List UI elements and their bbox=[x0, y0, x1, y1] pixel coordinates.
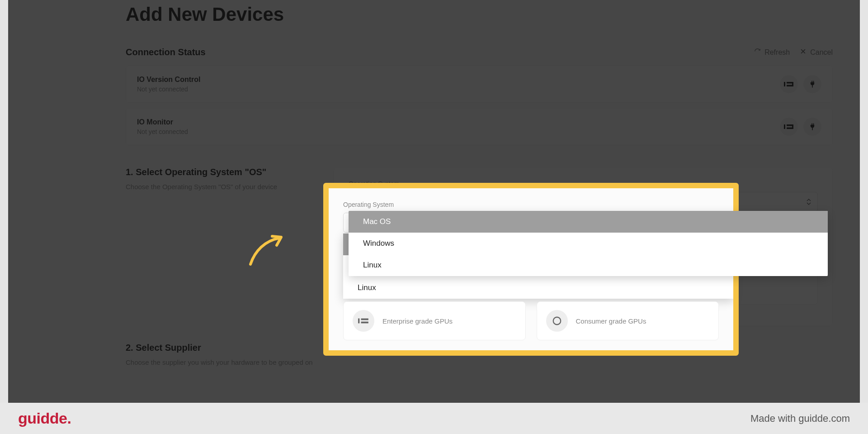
connection-item: IO Version Control Not yet connected bbox=[126, 66, 833, 103]
step2-desc: Choose the supplier you wish your hardwa… bbox=[126, 358, 316, 367]
svg-rect-14 bbox=[361, 322, 368, 324]
refresh-icon bbox=[754, 48, 761, 57]
os-dropdown: Mac OS Windows Linux bbox=[349, 211, 828, 276]
connection-item-name: IO Monitor bbox=[137, 118, 188, 126]
supplier-sub-fg: Consumer grade GPUs bbox=[576, 317, 646, 325]
plug-icon[interactable] bbox=[803, 75, 821, 93]
supplier-card-consumer-fg[interactable]: Consumer grade GPUs bbox=[537, 301, 719, 340]
brand-logo: guidde. bbox=[18, 410, 71, 427]
footer-bar: guidde. Made with guidde.com bbox=[0, 403, 868, 434]
svg-rect-4 bbox=[784, 124, 785, 129]
connection-item: IO Monitor Not yet connected bbox=[126, 108, 833, 145]
arrow-annotation bbox=[247, 232, 288, 270]
io-logo-icon bbox=[780, 118, 798, 136]
svg-point-15 bbox=[553, 317, 561, 325]
cancel-label: Cancel bbox=[810, 48, 833, 57]
chevron-updown-icon bbox=[807, 199, 811, 205]
os-field-label-fg: Operating System bbox=[343, 201, 719, 208]
made-with-label: Made with guidde.com bbox=[750, 413, 850, 424]
step1-heading: 1. Select Operating System "OS" bbox=[126, 167, 316, 177]
consumer-icon bbox=[546, 310, 568, 332]
plug-icon[interactable] bbox=[803, 118, 821, 136]
svg-rect-0 bbox=[784, 82, 785, 86]
svg-rect-13 bbox=[361, 319, 368, 320]
svg-rect-7 bbox=[792, 124, 793, 129]
close-icon bbox=[800, 48, 807, 57]
connection-item-status: Not yet connected bbox=[137, 86, 200, 93]
os-field-label: Operating System bbox=[349, 180, 818, 187]
enterprise-icon bbox=[353, 310, 374, 332]
svg-rect-12 bbox=[358, 319, 359, 324]
os-option-windows[interactable]: Windows bbox=[349, 233, 828, 254]
os-option-linux-fg[interactable]: Linux bbox=[343, 277, 733, 299]
step2-heading: 2. Select Supplier bbox=[126, 343, 316, 353]
supplier-sub-fg: Enterprise grade GPUs bbox=[382, 317, 453, 325]
cancel-button[interactable]: Cancel bbox=[800, 48, 833, 57]
page-title: Add New Devices bbox=[126, 0, 833, 47]
os-option-macos[interactable]: Mac OS bbox=[349, 211, 828, 233]
step1-desc: Choose the Operating System "OS" of your… bbox=[126, 182, 316, 192]
connection-item-name: IO Version Control bbox=[137, 76, 200, 84]
connection-item-status: Not yet connected bbox=[137, 128, 188, 135]
supplier-card-enterprise-fg[interactable]: Enterprise grade GPUs bbox=[343, 301, 526, 340]
refresh-label: Refresh bbox=[764, 48, 790, 57]
refresh-button[interactable]: Refresh bbox=[754, 48, 790, 57]
io-logo-icon bbox=[780, 75, 798, 93]
os-option-linux[interactable]: Linux bbox=[349, 254, 828, 276]
connection-status-heading: Connection Status bbox=[126, 47, 206, 57]
svg-rect-3 bbox=[792, 82, 793, 86]
